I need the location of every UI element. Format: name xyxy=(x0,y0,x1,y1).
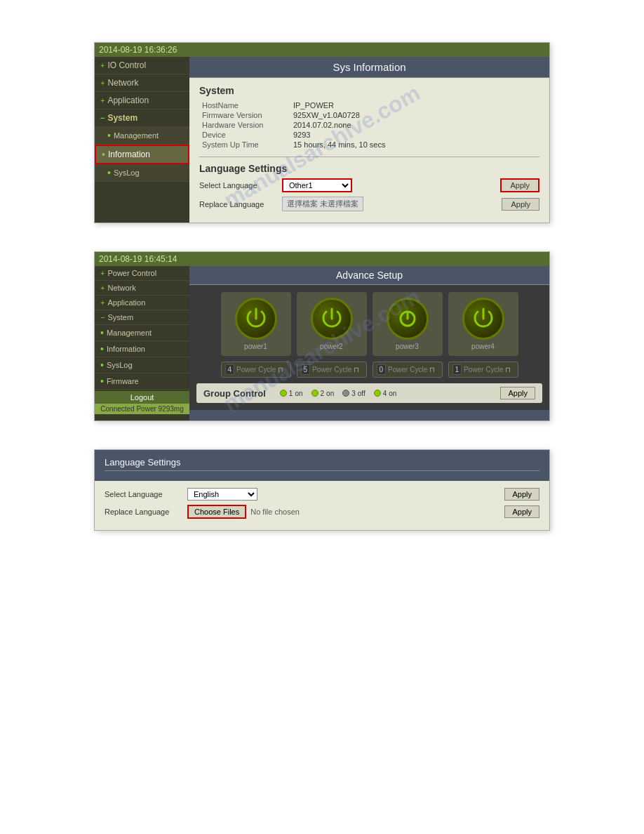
datetime-2: 2014-08-19 16:45:14 xyxy=(99,254,177,264)
sidebar-label-system: System xyxy=(107,113,137,123)
sidebar-item-io-control[interactable]: + IO Control xyxy=(95,57,189,74)
power-svg-3 xyxy=(395,306,420,331)
power-btn-2[interactable]: power2 xyxy=(297,292,367,356)
sidebar2-label-network: Network xyxy=(107,284,135,292)
power-btn-3[interactable]: power3 xyxy=(373,292,443,356)
header-bar-2: 2014-08-19 16:45:14 xyxy=(95,252,549,266)
lang-section-title: Language Settings xyxy=(199,163,539,174)
power-icon-1 xyxy=(235,298,277,340)
advance-content: Advance Setup power1 xyxy=(189,266,549,421)
sidebar-item-management[interactable]: • Management xyxy=(95,127,189,145)
lang-select-row-3: Select Language English Other1 Apply xyxy=(105,488,539,501)
power-icon-3 xyxy=(387,298,429,340)
power-svg-1 xyxy=(243,306,269,331)
sidebar-label-application: Application xyxy=(107,95,149,105)
sidebar-item-application[interactable]: + Application xyxy=(95,92,189,110)
apply-button-1[interactable]: Apply xyxy=(500,178,539,192)
choose-files-button[interactable]: Choose Files xyxy=(187,505,246,519)
screenshot1-wrapper: 2014-08-19 16:36:26 + IO Control + Netwo… xyxy=(94,42,550,251)
screenshot2-wrapper: 2014-08-19 16:45:14 + Power Control + Ne… xyxy=(94,251,550,449)
ctrl-wave-1: ⊓ xyxy=(278,366,283,373)
plus-icon-app: + xyxy=(100,96,105,105)
power-ctrl-1: 4 Power Cycle ⊓ xyxy=(221,362,291,378)
gc-option-1[interactable]: 1 on xyxy=(280,390,303,397)
screenshot1: 2014-08-19 16:36:26 + IO Control + Netwo… xyxy=(94,42,550,223)
plus-icon-power: + xyxy=(100,269,105,277)
select-lang-label-3: Select Language xyxy=(105,490,182,498)
sidebar2-label-firmware: Firmware xyxy=(107,377,139,385)
minus-icon-system2: − xyxy=(100,313,105,322)
ctrl-cycle-3: Power Cycle xyxy=(388,366,427,373)
apply-button-3a[interactable]: Apply xyxy=(504,488,539,501)
bullet-information: • xyxy=(102,150,105,159)
sidebar2-syslog[interactable]: • SysLog xyxy=(95,357,189,373)
power-icon-2 xyxy=(311,298,353,340)
sidebar-item-network[interactable]: + Network xyxy=(95,74,189,92)
table-row: HostName IP_POWER xyxy=(199,100,539,110)
ctrl-num-1: 4 xyxy=(225,364,235,375)
sidebar2-application[interactable]: + Application xyxy=(95,296,189,310)
sidebar2-system[interactable]: − System xyxy=(95,310,189,325)
power-btn-1[interactable]: power1 xyxy=(221,292,291,356)
radio-2 xyxy=(311,390,318,397)
gc-state-1: on xyxy=(295,390,302,397)
ctrl-wave-3: ⊓ xyxy=(429,366,435,373)
sidebar2-management[interactable]: • Management xyxy=(95,325,189,341)
sidebar-item-system[interactable]: − System xyxy=(95,110,189,127)
sidebar-item-syslog[interactable]: • SysLog xyxy=(95,164,189,182)
screenshot3-wrapper: Language Settings Select Language Englis… xyxy=(94,449,550,531)
sidebar-label-io-control: IO Control xyxy=(107,60,146,70)
gc-state-4: on xyxy=(389,390,396,397)
bullet-syslog: • xyxy=(107,168,111,178)
lang-select-row: Select Language Other1 English Apply xyxy=(199,178,539,192)
bullet-firmware2: • xyxy=(100,376,104,386)
power-btn-4[interactable]: power4 xyxy=(448,292,518,356)
language-select-3[interactable]: English Other1 xyxy=(187,488,257,501)
sidebar-label-network: Network xyxy=(107,78,138,88)
sidebar2-label-power: Power Control xyxy=(107,269,156,277)
sidebar-label-management: Management xyxy=(114,131,159,140)
lang-section-title-3: Language Settings xyxy=(105,457,539,471)
bullet-mgmt2: • xyxy=(100,328,104,338)
sidebar2-label-system: System xyxy=(107,313,133,322)
choose-files-area: Choose Files No file chosen xyxy=(187,505,300,519)
gc-state-3: off xyxy=(358,390,365,397)
select-lang-label: Select Language xyxy=(199,181,276,190)
gc-apply-button[interactable]: Apply xyxy=(500,387,535,399)
sidebar-item-information[interactable]: • Information xyxy=(95,145,189,164)
gc-option-4[interactable]: 4 on xyxy=(374,390,397,397)
field-value-device: 9293 xyxy=(290,130,539,140)
ctrl-wave-2: ⊓ xyxy=(354,366,359,373)
table-row: Device 9293 xyxy=(199,130,539,140)
bullet-syslog2: • xyxy=(100,360,104,370)
field-value-uptime: 15 hours, 44 mins, 10 secs xyxy=(290,140,539,150)
gc-options: 1 on 2 on 3 off xyxy=(280,390,494,397)
sidebar2-information[interactable]: • Information xyxy=(95,341,189,357)
field-value-hostname: IP_POWER xyxy=(290,100,539,110)
language-select[interactable]: Other1 English xyxy=(282,178,352,192)
radio-1 xyxy=(280,390,287,397)
power-buttons-row: power1 power2 xyxy=(196,292,542,356)
plus-icon: + xyxy=(100,61,105,70)
gc-num-3: 3 xyxy=(351,390,356,397)
field-label-hostname: HostName xyxy=(199,100,290,110)
logout-button[interactable]: Logout xyxy=(95,391,189,404)
gc-option-3[interactable]: 3 off xyxy=(342,390,365,397)
replace-lang-row-3: Replace Language Choose Files No file ch… xyxy=(105,505,539,519)
ctrl-num-3: 0 xyxy=(377,364,387,375)
group-control-label: Group Control xyxy=(203,388,266,399)
power-ctrl-2: 5 Power Cycle ⊓ xyxy=(297,362,367,378)
apply-button-3b[interactable]: Apply xyxy=(504,505,539,518)
gc-option-2[interactable]: 2 on xyxy=(311,390,335,397)
power-label-3: power3 xyxy=(396,343,419,350)
field-value-firmware: 925XW_v1.0A0728 xyxy=(290,110,539,120)
replace-lang-label: Replace Language xyxy=(199,200,276,208)
replace-lang-label-3: Replace Language xyxy=(105,508,182,516)
sidebar2-firmware[interactable]: • Firmware xyxy=(95,373,189,390)
sidebar2-power-control[interactable]: + Power Control xyxy=(95,266,189,281)
screenshot2: 2014-08-19 16:45:14 + Power Control + Ne… xyxy=(94,251,550,421)
apply-button-2[interactable]: Apply xyxy=(502,198,539,211)
content-title-1: Sys Information xyxy=(189,57,549,78)
sidebar-label-information: Information xyxy=(108,150,150,159)
sidebar2-network[interactable]: + Network xyxy=(95,281,189,296)
